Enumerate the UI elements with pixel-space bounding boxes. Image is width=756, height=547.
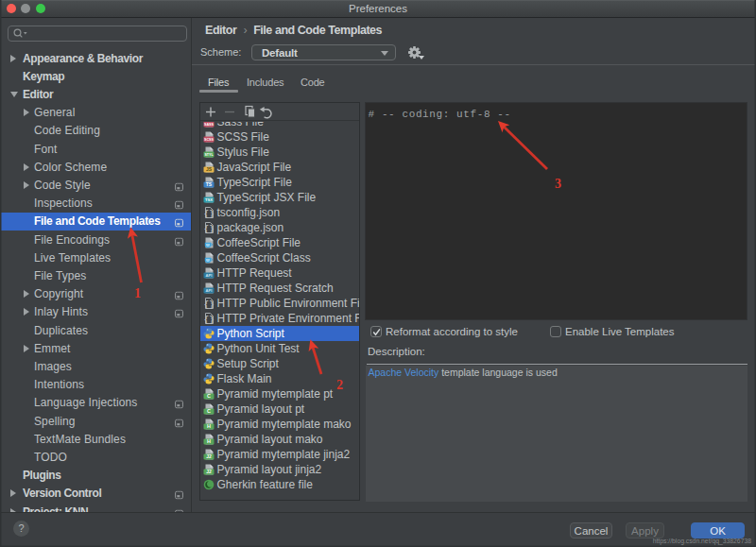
svg-text:TSX: TSX <box>204 197 212 202</box>
svg-text:{}: {} <box>203 225 214 233</box>
svg-text:JS: JS <box>205 166 212 172</box>
svg-text:{}: {} <box>203 210 214 218</box>
svg-text:API: API <box>205 273 212 278</box>
svg-text:TS: TS <box>205 181 212 187</box>
svg-text:H: H <box>207 423 211 429</box>
svg-text:API: API <box>205 288 212 293</box>
svg-text:J2: J2 <box>206 469 212 474</box>
svg-text:C: C <box>207 393 211 399</box>
svg-text:{}: {} <box>203 316 214 324</box>
svg-text:H: H <box>207 438 211 444</box>
svg-text:SCSS: SCSS <box>204 138 214 142</box>
svg-text:SASS: SASS <box>204 123 214 127</box>
svg-text:{}: {} <box>203 300 214 309</box>
svg-text:C: C <box>207 408 211 414</box>
svg-text:J2: J2 <box>206 453 212 459</box>
svg-text:STYL: STYL <box>204 153 214 157</box>
